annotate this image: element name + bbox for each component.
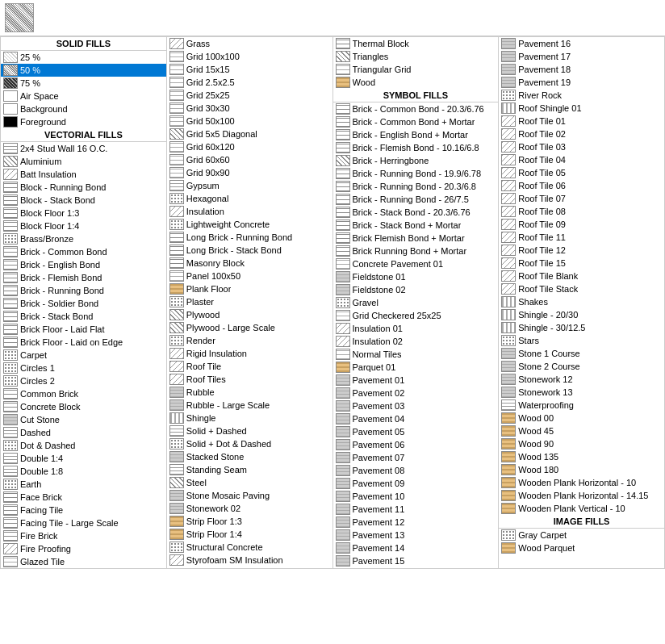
list-item[interactable]: Grid 5x5 Diagonal (167, 128, 332, 140)
list-item[interactable]: 75 % (1, 77, 166, 90)
list-item[interactable]: Common Brick (1, 387, 166, 400)
list-item[interactable]: Brick - Running Bond - 19.9/6.78 (333, 167, 499, 180)
list-item[interactable]: Masonry Block (167, 257, 332, 270)
list-item[interactable]: Pavement 08 (333, 464, 499, 477)
list-item[interactable]: Block - Stack Bond (1, 194, 166, 207)
list-item[interactable]: Insulation (167, 205, 332, 218)
list-item[interactable]: Shingle - 30/12.5 (499, 321, 664, 334)
list-item[interactable]: Brick - Common Bond (1, 245, 166, 258)
list-item[interactable]: Gravel (333, 296, 499, 309)
list-item[interactable]: Carpet (1, 349, 166, 362)
list-item[interactable]: Pavement 05 (333, 425, 499, 438)
list-item[interactable]: Dashed (1, 426, 166, 439)
list-item[interactable]: Lightweight Concrete (167, 218, 332, 231)
list-item[interactable]: Plywood (167, 308, 332, 321)
list-item[interactable]: Styrofoam SM Insulation (167, 554, 332, 567)
list-item[interactable]: Brass/Bronze (1, 232, 166, 245)
list-item[interactable]: Rubble - Large Scale (167, 399, 332, 412)
list-item[interactable]: Facing Tile - Large Scale (1, 516, 166, 529)
list-item[interactable]: Block Floor 1:3 (1, 207, 166, 220)
list-item[interactable]: Wood (333, 76, 499, 89)
list-item[interactable]: Dot & Dashed (1, 439, 166, 452)
list-item[interactable]: Triangles (333, 50, 499, 63)
list-item[interactable]: Stonework 12 (499, 373, 664, 386)
list-item[interactable]: Brick - Flemish Bond - 10.16/6.8 (333, 141, 499, 154)
list-item[interactable]: Fire Brick (1, 529, 166, 542)
list-item[interactable]: Waterproofing (499, 399, 664, 412)
list-item[interactable]: Pavement 03 (333, 399, 499, 412)
list-item[interactable]: Grass (167, 37, 332, 50)
list-item[interactable]: Grid 90x90 (167, 166, 332, 179)
list-item[interactable]: Brick - Soldier Bond (1, 297, 166, 310)
list-item[interactable]: Wood Parquet (499, 542, 664, 554)
list-item[interactable]: Pavement 11 (333, 503, 499, 516)
list-item[interactable]: Double 1:4 (1, 452, 166, 465)
list-item[interactable]: Pavement 09 (333, 477, 499, 490)
list-item[interactable]: Stonework 02 (167, 502, 332, 515)
list-item[interactable]: Grid 2.5x2.5 (167, 76, 332, 89)
list-item[interactable]: Batt Insulation (1, 168, 166, 181)
list-item[interactable]: Grid 30x30 (167, 102, 332, 115)
list-item[interactable]: Pavement 06 (333, 438, 499, 451)
list-item[interactable]: Pavement 17 (499, 50, 664, 63)
list-item[interactable]: Brick - Flemish Bond (1, 271, 166, 284)
list-item[interactable]: Brick - Running Bond - 20.3/6.8 (333, 180, 499, 193)
list-item[interactable]: Brick Flemish Bond + Mortar (333, 232, 499, 245)
list-item[interactable]: Pavement 13 (333, 529, 499, 542)
list-item[interactable]: Grid 100x100 (167, 50, 332, 63)
list-item[interactable]: Brick - Common Bond - 20.3/6.76 (333, 102, 499, 115)
list-item[interactable]: Hexagonal (167, 192, 332, 205)
list-item[interactable]: Strip Floor 1:4 (167, 528, 332, 541)
list-item[interactable]: Structural Concrete (167, 541, 332, 554)
list-item[interactable]: Brick - Stack Bond + Mortar (333, 219, 499, 232)
list-item[interactable]: Roof Tiles (167, 373, 332, 386)
list-item[interactable]: Circles 1 (1, 362, 166, 374)
list-item[interactable]: Brick - Stack Bond - 20.3/6.76 (333, 206, 499, 219)
list-item[interactable]: Brick - Stack Bond (1, 310, 166, 323)
list-item[interactable]: Stacked Stone (167, 450, 332, 463)
list-item[interactable]: Strip Floor 1:3 (167, 515, 332, 528)
list-item[interactable]: Air Space (1, 90, 166, 102)
list-item[interactable]: Roof Tile Stack (499, 282, 664, 295)
list-item[interactable]: Pavement 19 (499, 76, 664, 89)
list-item[interactable]: Brick - English Bond (1, 258, 166, 271)
list-item[interactable]: Plank Floor (167, 282, 332, 295)
list-item[interactable]: Grid 60x120 (167, 140, 332, 153)
list-item[interactable]: Face Brick (1, 491, 166, 504)
list-item[interactable]: Roof Tile 12 (499, 244, 664, 257)
list-item[interactable]: Brick - Common Bond + Mortar (333, 115, 499, 128)
list-item[interactable]: Shingle - 20/30 (499, 308, 664, 321)
list-item[interactable]: Stonework 13 (499, 386, 664, 399)
list-item[interactable]: Roof Tile 09 (499, 218, 664, 231)
list-item[interactable]: Long Brick - Running Bond (167, 231, 332, 244)
list-item[interactable]: Stone Mosaic Paving (167, 489, 332, 502)
list-item[interactable]: Standing Seam (167, 463, 332, 476)
list-item[interactable]: Shakes (499, 295, 664, 308)
list-item[interactable]: Pavement 02 (333, 387, 499, 399)
list-item[interactable]: Pavement 14 (333, 542, 499, 554)
list-item[interactable]: 2x4 Stud Wall 16 O.C. (1, 142, 166, 155)
list-item[interactable]: Grid 25x25 (167, 89, 332, 102)
list-item[interactable]: Earth (1, 478, 166, 491)
list-item[interactable]: Roof Tile 01 (499, 115, 664, 128)
list-item[interactable]: Roof Shingle 01 (499, 102, 664, 115)
list-item[interactable]: River Rock (499, 89, 664, 102)
list-item[interactable]: Roof Tile 15 (499, 257, 664, 270)
list-item[interactable]: Block Floor 1:4 (1, 220, 166, 232)
list-item[interactable]: Glazed Tile (1, 555, 166, 568)
list-item[interactable]: Gypsum (167, 179, 332, 192)
list-item[interactable]: 50 % (1, 64, 166, 77)
list-item[interactable]: Pavement 10 (333, 490, 499, 503)
list-item[interactable]: Roof Tile 04 (499, 153, 664, 166)
list-item[interactable]: Grid 15x15 (167, 63, 332, 76)
list-item[interactable]: Roof Tile 02 (499, 128, 664, 140)
list-item[interactable]: Fieldstone 02 (333, 283, 499, 296)
list-item[interactable]: Concrete Pavement 01 (333, 257, 499, 270)
list-item[interactable]: Steel (167, 476, 332, 489)
list-item[interactable]: Pavement 15 (333, 554, 499, 567)
list-item[interactable]: Roof Tile 11 (499, 231, 664, 244)
list-item[interactable]: Wooden Plank Horizontal - 14.15 (499, 489, 664, 502)
list-item[interactable]: Brick - Herringbone (333, 154, 499, 167)
list-item[interactable]: Stone 1 Course (499, 347, 664, 360)
list-item[interactable]: Aluminium (1, 155, 166, 168)
